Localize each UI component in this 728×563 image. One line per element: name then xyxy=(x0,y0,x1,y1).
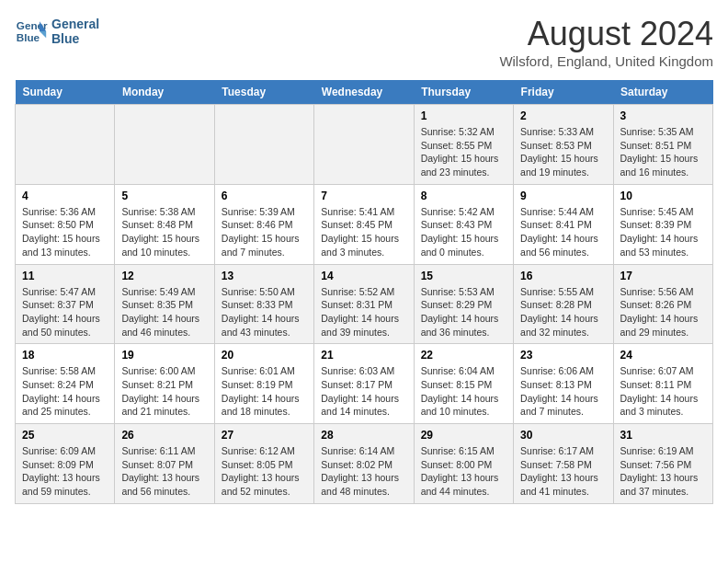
calendar-cell: 16Sunrise: 5:55 AMSunset: 8:28 PMDayligh… xyxy=(514,264,613,344)
calendar-cell: 4Sunrise: 5:36 AMSunset: 8:50 PMDaylight… xyxy=(16,184,115,264)
calendar-cell: 2Sunrise: 5:33 AMSunset: 8:53 PMDaylight… xyxy=(514,105,613,185)
day-number: 8 xyxy=(421,190,506,202)
day-info: Sunrise: 5:53 AMSunset: 8:29 PMDaylight:… xyxy=(421,285,506,339)
calendar-cell: 30Sunrise: 6:17 AMSunset: 7:58 PMDayligh… xyxy=(514,424,613,504)
day-number: 4 xyxy=(22,190,108,202)
day-info: Sunrise: 5:52 AMSunset: 8:31 PMDaylight:… xyxy=(321,285,406,339)
calendar-cell: 23Sunrise: 6:06 AMSunset: 8:13 PMDayligh… xyxy=(514,344,613,424)
day-number: 29 xyxy=(421,429,506,442)
day-info: Sunrise: 5:36 AMSunset: 8:50 PMDaylight:… xyxy=(22,205,108,259)
day-number: 20 xyxy=(222,349,307,362)
day-info: Sunrise: 6:03 AMSunset: 8:17 PMDaylight:… xyxy=(321,364,406,419)
day-info: Sunrise: 6:07 AMSunset: 8:11 PMDaylight:… xyxy=(620,364,706,419)
calendar-cell: 27Sunrise: 6:12 AMSunset: 8:05 PMDayligh… xyxy=(214,424,313,504)
day-info: Sunrise: 6:14 AMSunset: 8:02 PMDaylight:… xyxy=(321,444,406,499)
day-number: 17 xyxy=(620,270,706,282)
day-info: Sunrise: 6:09 AMSunset: 8:09 PMDaylight:… xyxy=(22,444,108,499)
day-number: 24 xyxy=(620,349,706,362)
logo-icon: General Blue xyxy=(15,15,48,48)
calendar-cell: 18Sunrise: 5:58 AMSunset: 8:24 PMDayligh… xyxy=(16,344,115,424)
calendar-header: SundayMondayTuesdayWednesdayThursdayFrid… xyxy=(16,80,713,105)
calendar-cell: 6Sunrise: 5:39 AMSunset: 8:46 PMDaylight… xyxy=(214,184,313,264)
week-row-5: 25Sunrise: 6:09 AMSunset: 8:09 PMDayligh… xyxy=(16,424,713,504)
day-info: Sunrise: 5:42 AMSunset: 8:43 PMDaylight:… xyxy=(421,205,506,259)
logo-blue: Blue xyxy=(51,31,99,46)
column-header-friday: Friday xyxy=(514,80,613,105)
day-info: Sunrise: 5:38 AMSunset: 8:48 PMDaylight:… xyxy=(121,205,207,259)
day-number: 10 xyxy=(620,190,706,202)
calendar-cell: 24Sunrise: 6:07 AMSunset: 8:11 PMDayligh… xyxy=(613,344,712,424)
calendar-cell: 14Sunrise: 5:52 AMSunset: 8:31 PMDayligh… xyxy=(314,264,414,344)
calendar-cell: 19Sunrise: 6:00 AMSunset: 8:21 PMDayligh… xyxy=(115,344,214,424)
calendar-cell: 26Sunrise: 6:11 AMSunset: 8:07 PMDayligh… xyxy=(115,424,214,504)
calendar-cell: 10Sunrise: 5:45 AMSunset: 8:39 PMDayligh… xyxy=(613,184,712,264)
day-info: Sunrise: 5:56 AMSunset: 8:26 PMDaylight:… xyxy=(620,285,706,339)
calendar-cell: 8Sunrise: 5:42 AMSunset: 8:43 PMDaylight… xyxy=(414,184,513,264)
calendar-cell xyxy=(214,105,313,185)
day-info: Sunrise: 5:33 AMSunset: 8:53 PMDaylight:… xyxy=(520,125,606,179)
day-info: Sunrise: 5:32 AMSunset: 8:55 PMDaylight:… xyxy=(421,125,506,179)
column-header-thursday: Thursday xyxy=(414,80,513,105)
svg-text:Blue: Blue xyxy=(17,31,40,43)
day-number: 2 xyxy=(520,109,606,122)
calendar-table: SundayMondayTuesdayWednesdayThursdayFrid… xyxy=(15,80,713,504)
svg-marker-3 xyxy=(40,31,46,38)
calendar-cell: 20Sunrise: 6:01 AMSunset: 8:19 PMDayligh… xyxy=(214,344,313,424)
calendar-cell: 9Sunrise: 5:44 AMSunset: 8:41 PMDaylight… xyxy=(514,184,613,264)
calendar-cell: 28Sunrise: 6:14 AMSunset: 8:02 PMDayligh… xyxy=(314,424,414,504)
calendar-cell: 17Sunrise: 5:56 AMSunset: 8:26 PMDayligh… xyxy=(613,264,712,344)
page-title: August 2024 xyxy=(499,15,713,53)
calendar-cell xyxy=(115,105,214,185)
day-info: Sunrise: 5:41 AMSunset: 8:45 PMDaylight:… xyxy=(321,205,406,259)
calendar-body: 1Sunrise: 5:32 AMSunset: 8:55 PMDaylight… xyxy=(16,105,713,504)
calendar-cell: 7Sunrise: 5:41 AMSunset: 8:45 PMDaylight… xyxy=(314,184,414,264)
title-area: August 2024 Wilsford, England, United Ki… xyxy=(499,15,713,69)
day-number: 14 xyxy=(321,270,406,282)
day-number: 27 xyxy=(222,429,307,442)
calendar-cell xyxy=(16,105,115,185)
day-number: 28 xyxy=(321,429,406,442)
calendar-cell: 5Sunrise: 5:38 AMSunset: 8:48 PMDaylight… xyxy=(115,184,214,264)
day-info: Sunrise: 5:35 AMSunset: 8:51 PMDaylight:… xyxy=(620,125,706,179)
day-info: Sunrise: 5:47 AMSunset: 8:37 PMDaylight:… xyxy=(22,285,108,339)
logo: General Blue General Blue xyxy=(15,15,99,48)
day-info: Sunrise: 5:45 AMSunset: 8:39 PMDaylight:… xyxy=(620,205,706,259)
day-number: 16 xyxy=(520,270,606,282)
week-row-3: 11Sunrise: 5:47 AMSunset: 8:37 PMDayligh… xyxy=(16,264,713,344)
day-info: Sunrise: 5:55 AMSunset: 8:28 PMDaylight:… xyxy=(520,285,606,339)
day-info: Sunrise: 6:06 AMSunset: 8:13 PMDaylight:… xyxy=(520,364,606,419)
day-number: 31 xyxy=(620,429,706,442)
week-row-4: 18Sunrise: 5:58 AMSunset: 8:24 PMDayligh… xyxy=(16,344,713,424)
day-number: 3 xyxy=(620,109,706,122)
day-info: Sunrise: 6:00 AMSunset: 8:21 PMDaylight:… xyxy=(121,364,207,419)
day-info: Sunrise: 5:39 AMSunset: 8:46 PMDaylight:… xyxy=(222,205,307,259)
column-header-wednesday: Wednesday xyxy=(314,80,414,105)
calendar-cell: 1Sunrise: 5:32 AMSunset: 8:55 PMDaylight… xyxy=(414,105,513,185)
week-row-1: 1Sunrise: 5:32 AMSunset: 8:55 PMDaylight… xyxy=(16,105,713,185)
day-info: Sunrise: 5:49 AMSunset: 8:35 PMDaylight:… xyxy=(121,285,207,339)
day-info: Sunrise: 6:01 AMSunset: 8:19 PMDaylight:… xyxy=(222,364,307,419)
day-number: 23 xyxy=(520,349,606,362)
day-number: 13 xyxy=(222,270,307,282)
day-number: 15 xyxy=(421,270,506,282)
day-number: 22 xyxy=(421,349,506,362)
day-number: 18 xyxy=(22,349,108,362)
calendar-cell: 3Sunrise: 5:35 AMSunset: 8:51 PMDaylight… xyxy=(613,105,712,185)
day-number: 19 xyxy=(121,349,207,362)
calendar-cell: 12Sunrise: 5:49 AMSunset: 8:35 PMDayligh… xyxy=(115,264,214,344)
day-number: 21 xyxy=(321,349,406,362)
calendar-cell: 15Sunrise: 5:53 AMSunset: 8:29 PMDayligh… xyxy=(414,264,513,344)
day-number: 12 xyxy=(121,270,207,282)
calendar-cell: 22Sunrise: 6:04 AMSunset: 8:15 PMDayligh… xyxy=(414,344,513,424)
day-number: 25 xyxy=(22,429,108,442)
day-info: Sunrise: 6:19 AMSunset: 7:56 PMDaylight:… xyxy=(620,444,706,499)
day-number: 6 xyxy=(222,190,307,202)
calendar-cell: 13Sunrise: 5:50 AMSunset: 8:33 PMDayligh… xyxy=(214,264,313,344)
logo-general: General xyxy=(51,17,99,31)
day-number: 5 xyxy=(121,190,207,202)
calendar-cell: 31Sunrise: 6:19 AMSunset: 7:56 PMDayligh… xyxy=(613,424,712,504)
day-info: Sunrise: 6:15 AMSunset: 8:00 PMDaylight:… xyxy=(421,444,506,499)
day-number: 11 xyxy=(22,270,108,282)
week-row-2: 4Sunrise: 5:36 AMSunset: 8:50 PMDaylight… xyxy=(16,184,713,264)
calendar-cell: 21Sunrise: 6:03 AMSunset: 8:17 PMDayligh… xyxy=(314,344,414,424)
